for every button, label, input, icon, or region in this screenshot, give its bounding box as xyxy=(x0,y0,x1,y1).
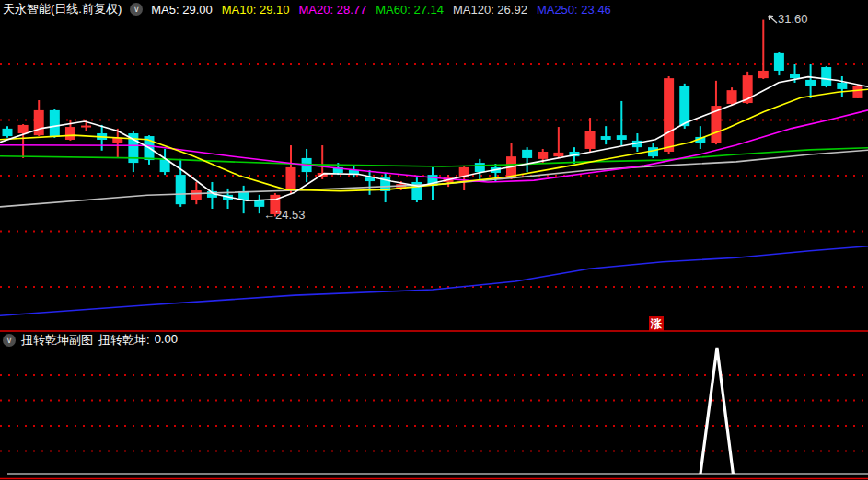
stock-title: 天永智能(日线.前复权) xyxy=(3,1,122,17)
candle-body xyxy=(18,125,29,133)
candle-body xyxy=(254,200,264,207)
candle-body xyxy=(475,163,485,172)
candle-body xyxy=(522,150,532,158)
candle-body xyxy=(191,190,202,200)
subchart-title: 扭转乾坤副图 xyxy=(21,332,93,349)
indicator-value: 0.00 xyxy=(155,332,178,349)
candle-body xyxy=(758,71,769,78)
left-arrow-icon: ← xyxy=(263,208,275,222)
candle-body xyxy=(805,80,816,86)
candle-body xyxy=(601,136,611,140)
subchart-header: ∨ 扭转乾坤副图 扭转乾坤: 0.00 xyxy=(3,332,178,349)
chevron-down-icon: ∨ xyxy=(6,334,13,347)
indicator-label: 扭转乾坤: xyxy=(98,332,150,349)
app-window: 天永智能(日线.前复权) ∨ MA5: 29.00MA10: 29.10MA20… xyxy=(0,0,868,480)
ma-legend-item: MA60: 27.14 xyxy=(376,3,444,17)
candle-body xyxy=(790,74,800,78)
candle-body xyxy=(852,86,862,98)
candle-body xyxy=(774,53,784,71)
ma-line-MA250 xyxy=(0,246,868,315)
candle-body xyxy=(617,135,627,140)
indicator-readout: 扭转乾坤: 0.00 xyxy=(98,332,178,349)
candle-body xyxy=(837,83,847,89)
candle-body xyxy=(3,129,13,136)
candle-body xyxy=(81,126,91,128)
ma-legend: MA5: 29.00MA10: 29.10MA20: 28.77MA60: 27… xyxy=(151,3,611,17)
candle-body xyxy=(285,167,295,190)
ma-legend-item: MA5: 29.00 xyxy=(151,3,213,17)
low-price-label: ←24.53 xyxy=(263,208,306,222)
chart-header: 天永智能(日线.前复权) ∨ MA5: 29.00MA10: 29.10MA20… xyxy=(0,0,868,18)
candle-body xyxy=(65,127,75,140)
candle-body xyxy=(176,175,186,204)
candle-body xyxy=(727,90,737,104)
ma-legend-item: MA10: 29.10 xyxy=(222,3,290,17)
zhang-signal-badge: 涨 xyxy=(649,316,664,331)
candle-body xyxy=(365,177,375,181)
collapse-sub-icon[interactable]: ∨ xyxy=(3,334,16,347)
chevron-down-icon: ∨ xyxy=(133,3,140,16)
ma-legend-item: MA120: 26.92 xyxy=(453,3,527,17)
candle-body xyxy=(34,110,44,135)
candle-body xyxy=(821,67,831,86)
candle-body xyxy=(50,110,60,137)
collapse-main-icon[interactable]: ∨ xyxy=(130,3,143,16)
candle-body xyxy=(679,86,689,126)
chart-canvas[interactable] xyxy=(0,0,868,480)
candle-body xyxy=(538,152,548,159)
ma-legend-item: MA20: 28.77 xyxy=(299,3,367,17)
ma-legend-item: MA250: 23.46 xyxy=(537,3,611,17)
candle-body xyxy=(553,153,563,156)
ma-line-MA20 xyxy=(0,110,868,182)
indicator-spike xyxy=(700,348,734,474)
candle-body xyxy=(585,131,596,149)
candle-body xyxy=(664,78,674,152)
